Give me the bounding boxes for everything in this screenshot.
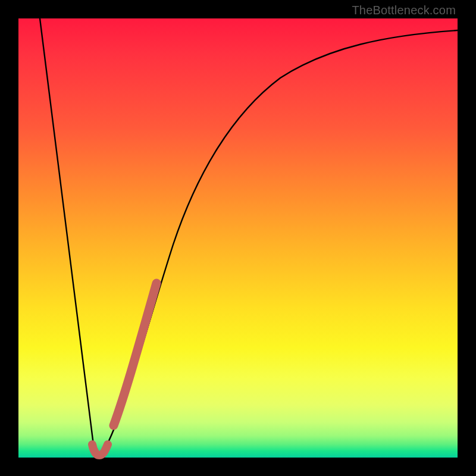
curve-layer — [18, 18, 458, 458]
chart-frame: TheBottleneck.com — [0, 0, 476, 476]
highlight-upper — [114, 283, 156, 425]
highlight-lower — [92, 444, 108, 455]
attribution-text: TheBottleneck.com — [352, 4, 456, 17]
plot-area — [18, 18, 458, 458]
bottleneck-curve — [40, 18, 458, 456]
